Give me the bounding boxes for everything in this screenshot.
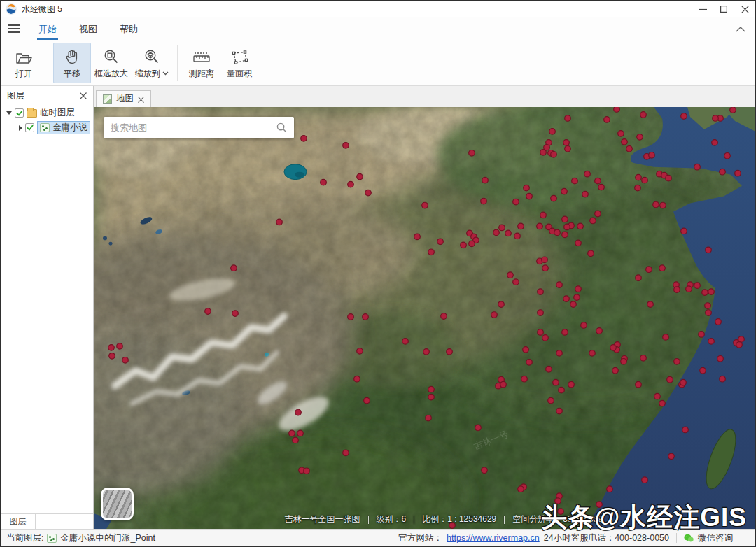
map-marker[interactable] [469,241,475,247]
map-marker[interactable] [559,387,565,393]
map-marker[interactable] [668,453,675,460]
map-marker[interactable] [575,286,582,292]
map-marker[interactable] [720,169,726,175]
map-marker[interactable] [441,313,447,320]
measure-area-button[interactable]: 量面积 [220,43,258,83]
map-marker[interactable] [548,397,554,404]
basemap-switcher-thumbnail[interactable] [101,488,134,520]
map-marker[interactable] [348,314,354,320]
menu-item-view[interactable]: 视图 [71,19,106,39]
map-marker[interactable] [553,379,559,385]
map-marker[interactable] [682,427,689,433]
map-marker[interactable] [522,376,528,382]
map-marker[interactable] [640,355,647,362]
map-tab-close-icon[interactable] [138,94,144,104]
map-marker[interactable] [518,486,524,492]
map-search-box[interactable] [104,117,294,138]
map-marker[interactable] [712,140,718,146]
map-marker[interactable] [700,367,706,374]
map-marker[interactable] [321,179,327,185]
map-marker[interactable] [348,181,354,187]
menu-item-start[interactable]: 开始 [30,19,65,39]
layer-row[interactable]: 金庸小说 [1,120,93,135]
map-marker[interactable] [735,170,741,176]
map-marker[interactable] [626,146,633,152]
map-marker[interactable] [298,430,304,436]
map-marker[interactable] [546,366,552,372]
map-marker[interactable] [364,397,370,404]
map-marker[interactable] [556,408,563,414]
map-marker[interactable] [666,175,672,181]
map-marker[interactable] [694,283,701,289]
map-marker[interactable] [686,286,692,292]
map-marker[interactable] [618,131,624,137]
map-marker[interactable] [499,225,505,231]
map-marker[interactable] [542,265,549,271]
layer-group-label[interactable]: 临时图层 [40,107,75,119]
map-marker[interactable] [422,202,428,208]
measure-distance-button[interactable]: 测距离 [183,43,220,83]
layer-label[interactable]: 金庸小说 [52,122,88,134]
map-marker[interactable] [680,379,687,385]
map-marker[interactable] [117,343,123,350]
map-marker[interactable] [674,359,680,365]
zoom-to-button[interactable]: 缩放到 [132,43,172,83]
map-marker[interactable] [482,467,488,474]
map-marker[interactable] [493,229,500,236]
map-marker[interactable] [514,233,521,239]
website-link[interactable]: https://www.rivermap.cn [447,533,540,543]
map-marker[interactable] [713,115,719,122]
map-marker[interactable] [301,136,307,142]
map-marker[interactable] [507,272,514,278]
layers-panel-close-icon[interactable] [80,91,87,101]
map-marker[interactable] [595,211,601,217]
box-zoom-button[interactable]: 框选放大 [91,43,132,83]
map-marker[interactable] [635,185,641,191]
map-marker[interactable] [588,250,594,257]
map-marker[interactable] [461,242,467,248]
map-marker[interactable] [582,191,589,197]
map-marker[interactable] [564,140,570,146]
map-marker[interactable] [565,115,571,122]
map-marker[interactable] [289,430,295,436]
map-marker[interactable] [475,425,482,431]
map-marker[interactable] [357,173,363,180]
ribbon-collapse-button[interactable] [736,22,746,35]
map-marker[interactable] [538,289,544,295]
map-marker[interactable] [604,117,610,123]
map-marker[interactable] [705,303,711,309]
map-marker[interactable] [584,171,591,177]
map-marker[interactable] [598,184,605,190]
map-marker[interactable] [730,107,736,113]
map-marker[interactable] [365,190,372,196]
map-marker[interactable] [614,107,620,112]
map-marker[interactable] [538,329,544,336]
map-marker[interactable] [343,450,349,456]
selected-layer[interactable]: 金庸小说 [37,121,90,134]
map-marker[interactable] [578,223,584,229]
map-marker[interactable] [649,152,655,158]
map-marker[interactable] [293,437,299,443]
map-marker[interactable] [513,199,519,205]
map-marker[interactable] [646,267,652,273]
map-marker[interactable] [542,257,548,263]
close-button[interactable] [734,1,755,17]
map-marker[interactable] [636,381,642,388]
map-marker[interactable] [681,113,687,120]
map-marker[interactable] [564,224,570,230]
layer-group-row[interactable]: 临时图层 [1,106,93,120]
map-marker[interactable] [544,145,550,151]
map-marker[interactable] [706,247,712,253]
minimize-button[interactable] [692,1,713,17]
map-marker[interactable] [581,322,587,329]
map-marker[interactable] [526,193,533,199]
map-marker[interactable] [654,393,661,399]
map-marker[interactable] [304,468,310,474]
map-marker[interactable] [568,381,575,388]
map-marker[interactable] [482,177,489,183]
map-marker[interactable] [574,294,580,301]
map-marker[interactable] [570,301,577,308]
map-marker[interactable] [424,349,430,355]
map-marker[interactable] [610,345,617,351]
hamburger-menu-icon[interactable] [1,24,27,33]
